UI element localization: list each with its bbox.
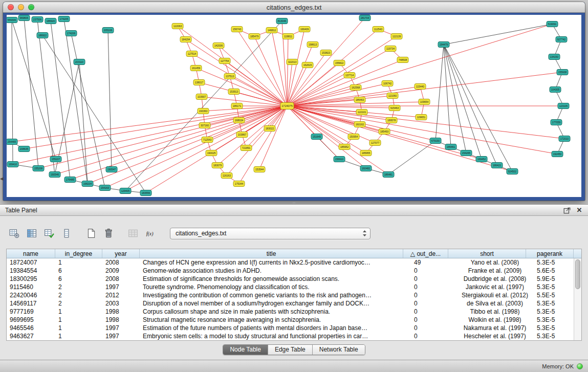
graph-node[interactable]: 119811: [282, 34, 294, 39]
graph-node[interactable]: 103867: [236, 132, 248, 138]
table-row[interactable]: 946554611997Estimation of the future num…: [7, 324, 581, 332]
row-height-icon[interactable]: [59, 227, 74, 240]
graph-node[interactable]: 115440: [415, 84, 426, 90]
graph-node[interactable]: 160162: [354, 122, 365, 127]
graph-node[interactable]: 190546: [49, 172, 60, 178]
graph-node[interactable]: 203110: [74, 59, 85, 65]
graph-node[interactable]: 129405: [120, 188, 131, 194]
import-table-icon[interactable]: [126, 227, 140, 240]
collapse-left-panel-arrow[interactable]: ◀: [0, 176, 4, 181]
graph-node[interactable]: 183079: [212, 163, 223, 168]
network-canvas[interactable]: 5593069698062375061869201742051869221742…: [7, 15, 581, 197]
graph-node[interactable]: 183022: [264, 126, 275, 132]
graph-node[interactable]: 198613: [307, 42, 318, 48]
graph-node[interactable]: 927742: [556, 37, 567, 42]
table-scrollbar-thumb[interactable]: [575, 259, 580, 289]
graph-node[interactable]: 156910: [334, 157, 345, 162]
graph-node[interactable]: 122139: [391, 34, 402, 39]
graph-node[interactable]: 142006: [213, 43, 224, 49]
table-scrollbar[interactable]: [574, 258, 581, 340]
graph-node[interactable]: 134150: [549, 54, 560, 60]
graph-node[interactable]: 137714: [344, 73, 355, 78]
table-row[interactable]: 977716911998Corpus callosum shape and si…: [7, 308, 581, 316]
graph-node[interactable]: 254465: [7, 139, 17, 145]
graph-node[interactable]: 119734: [385, 46, 396, 52]
graph-node[interactable]: 192450: [552, 151, 563, 157]
graph-node[interactable]: 184294: [180, 37, 191, 42]
minimize-window-button[interactable]: [18, 4, 24, 10]
table-selector-combobox[interactable]: citations_edges.txt: [170, 228, 371, 239]
graph-node[interactable]: 679190: [430, 138, 441, 144]
graph-node[interactable]: 748508: [397, 57, 408, 63]
graph-node[interactable]: 155208: [33, 166, 44, 171]
graph-node[interactable]: 237506: [32, 17, 43, 23]
graph-node[interactable]: 185955: [360, 150, 372, 156]
graph-node[interactable]: 153913: [228, 89, 239, 95]
column-header[interactable]: in_degree: [55, 249, 102, 258]
graph-node[interactable]: 146812: [266, 28, 277, 33]
graph-node[interactable]: 109651: [416, 115, 427, 120]
graph-node[interactable]: 176485: [64, 177, 76, 183]
graph-node[interactable]: 109654: [419, 99, 430, 105]
graph-node[interactable]: 153544: [254, 167, 265, 172]
graph-node[interactable]: 168204: [82, 181, 93, 187]
graph-node[interactable]: 155207: [50, 157, 61, 162]
graph-node[interactable]: 190025: [206, 150, 217, 156]
graph-node[interactable]: 168034: [233, 118, 245, 123]
graph-node[interactable]: 186920: [45, 18, 56, 24]
graph-node[interactable]: 116163: [221, 173, 232, 179]
graph-node[interactable]: 150954: [348, 134, 359, 140]
graph-node[interactable]: 205106: [102, 28, 114, 33]
graph-node[interactable]: 186481: [383, 172, 394, 178]
graph-node[interactable]: 177059: [551, 120, 562, 125]
table-row[interactable]: 946362711997Embryonic stem cells: a mode…: [7, 332, 581, 340]
graph-node[interactable]: 186461: [445, 144, 456, 150]
graph-node[interactable]: 175344: [233, 181, 245, 187]
graph-node[interactable]: 121060: [387, 93, 398, 99]
close-panel-icon[interactable]: ✕: [576, 207, 583, 214]
graph-node[interactable]: 156743: [231, 27, 243, 32]
graph-node[interactable]: 194479: [438, 42, 449, 48]
graph-node[interactable]: 153823: [320, 50, 332, 56]
graph-node[interactable]: 322013: [287, 59, 298, 65]
graph-node[interactable]: 186422: [491, 163, 503, 168]
tab-edge-table[interactable]: Edge Table: [268, 345, 313, 355]
graph-node[interactable]: 185479: [249, 34, 260, 39]
graph-node[interactable]: 103907: [196, 94, 207, 100]
graph-node[interactable]: 183556: [140, 190, 151, 196]
show-columns-icon[interactable]: [25, 227, 39, 240]
graph-node[interactable]: 208635: [18, 146, 30, 152]
graph-node[interactable]: 969806: [18, 15, 30, 21]
graph-node[interactable]: 189578: [386, 118, 397, 123]
graph-node[interactable]: 162568: [350, 85, 361, 91]
table-row[interactable]: 1456911722003Disruption of a novel membe…: [7, 299, 581, 308]
graph-node[interactable]: 813046: [276, 18, 288, 24]
graph-node[interactable]: 721891: [241, 145, 252, 151]
graph-node[interactable]: 151645: [311, 134, 322, 140]
graph-node[interactable]: 154265: [461, 150, 472, 156]
column-header[interactable]: short: [448, 249, 526, 258]
network-window-titlebar[interactable]: citations_edges.txt: [3, 2, 585, 13]
table-row[interactable]: 1872400712008Changes of HCN gene express…: [7, 258, 581, 267]
graph-node[interactable]: 154163: [99, 185, 111, 191]
graph-node[interactable]: 127077: [369, 140, 381, 146]
graph-node[interactable]: 122101: [356, 110, 367, 115]
graph-node[interactable]: 186922: [37, 33, 48, 38]
graph-node[interactable]: 138017: [193, 80, 205, 85]
tab-network-table[interactable]: Network Table: [313, 345, 365, 355]
graph-node[interactable]: 172010: [559, 136, 570, 142]
graph-node[interactable]: 122063: [172, 24, 183, 29]
table-row[interactable]: 969969511998Structural magnetic resonanc…: [7, 316, 581, 324]
graph-node[interactable]: 193363: [198, 108, 209, 114]
graph-node[interactable]: 137513: [224, 74, 235, 79]
delete-column-icon[interactable]: [101, 227, 116, 240]
table-row[interactable]: 1830029562008Estimation of significance …: [7, 275, 581, 283]
table-row[interactable]: 2242004622012Investigating the contribut…: [7, 291, 581, 299]
graph-node[interactable]: 169452: [476, 157, 487, 162]
table-mode-icon[interactable]: [7, 227, 21, 240]
new-column-icon[interactable]: [84, 227, 98, 240]
tab-node-table[interactable]: Node Table: [223, 345, 268, 355]
column-header[interactable]: △ out_de...: [403, 249, 448, 258]
table-row[interactable]: 1938455462009Genome-wide association stu…: [7, 267, 581, 275]
graph-node[interactable]: 104305: [550, 87, 561, 93]
